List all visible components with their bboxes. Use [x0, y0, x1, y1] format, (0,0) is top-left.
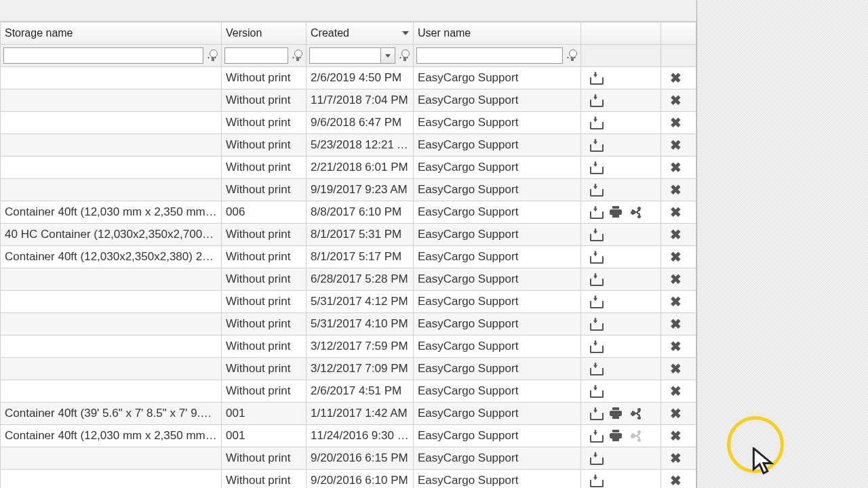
- delete-icon[interactable]: ✖: [669, 71, 684, 85]
- cell-delete: ✖: [661, 313, 696, 336]
- load-icon[interactable]: [588, 474, 603, 487]
- delete-icon[interactable]: ✖: [669, 362, 684, 375]
- delete-icon[interactable]: ✖: [669, 250, 684, 264]
- cell-user: EasyCargo Support: [414, 470, 581, 489]
- cell-delete: ✖: [661, 447, 696, 470]
- cell-user: EasyCargo Support: [414, 380, 581, 403]
- cell-storage: [1, 358, 222, 380]
- load-icon[interactable]: [588, 138, 603, 152]
- cell-actions: [581, 179, 661, 201]
- load-icon[interactable]: [588, 272, 603, 286]
- delete-icon[interactable]: ✖: [669, 116, 684, 129]
- filter-created-combo[interactable]: [309, 47, 395, 64]
- delete-icon[interactable]: ✖: [669, 451, 684, 465]
- header-storage[interactable]: Storage name: [1, 22, 222, 45]
- cell-version: Without print: [222, 291, 307, 313]
- print-icon[interactable]: [608, 205, 623, 219]
- table-row[interactable]: Without print3/12/2017 7:09 PMEasyCargo …: [1, 358, 696, 380]
- delete-icon[interactable]: ✖: [669, 407, 684, 420]
- delete-icon[interactable]: ✖: [669, 317, 684, 331]
- delete-icon[interactable]: ✖: [669, 138, 684, 152]
- header-created[interactable]: Created: [307, 22, 414, 45]
- header-user[interactable]: User name: [414, 22, 581, 45]
- delete-icon[interactable]: ✖: [669, 272, 684, 286]
- load-icon[interactable]: [588, 228, 603, 241]
- cell-version: Without print: [222, 134, 307, 157]
- delete-icon[interactable]: ✖: [669, 340, 684, 353]
- table-row[interactable]: Without print9/20/2016 6:15 PMEasyCargo …: [1, 447, 696, 470]
- cell-delete: ✖: [661, 112, 696, 134]
- load-icon[interactable]: [588, 317, 603, 331]
- load-icon[interactable]: [588, 205, 603, 219]
- delete-icon[interactable]: ✖: [669, 429, 684, 443]
- cell-user: EasyCargo Support: [414, 134, 581, 157]
- load-icon[interactable]: [588, 94, 603, 107]
- load-icon[interactable]: [588, 295, 603, 308]
- cell-user: EasyCargo Support: [414, 89, 581, 112]
- delete-icon[interactable]: ✖: [669, 183, 684, 197]
- delete-icon[interactable]: ✖: [669, 94, 684, 107]
- cell-created: 3/12/2017 7:59 PM: [307, 336, 414, 358]
- load-icon[interactable]: [588, 384, 603, 398]
- grid-panel: Storage name Version Created User name: [0, 0, 697, 488]
- load-icon[interactable]: [588, 250, 603, 264]
- load-icon[interactable]: [588, 183, 603, 197]
- load-icon[interactable]: [588, 429, 603, 443]
- table-row[interactable]: Without print3/12/2017 7:59 PMEasyCargo …: [1, 336, 696, 358]
- load-icon[interactable]: [588, 340, 603, 353]
- delete-icon[interactable]: ✖: [669, 474, 684, 487]
- filter-icon[interactable]: [208, 49, 218, 62]
- filter-storage-input[interactable]: [3, 47, 203, 64]
- cell-created: 8/1/2017 5:31 PM: [307, 224, 414, 246]
- delete-icon[interactable]: ✖: [669, 384, 684, 398]
- table-row[interactable]: Without print9/19/2017 9:23 AMEasyCargo …: [1, 179, 696, 201]
- table-row[interactable]: Container 40ft (39' 5.6" x 7' 8.5" x 7' …: [1, 403, 696, 425]
- header-actions: [581, 22, 661, 45]
- load-icon[interactable]: [588, 362, 603, 375]
- table-row[interactable]: Without print5/31/2017 4:12 PMEasyCargo …: [1, 291, 696, 313]
- cell-storage: [1, 112, 222, 134]
- filter-icon[interactable]: [292, 49, 303, 62]
- cell-delete: ✖: [661, 403, 696, 425]
- cell-storage: Container 40ft (12,030 mm x 2,350 mm x 2…: [1, 201, 222, 224]
- table-row[interactable]: Without print5/23/2018 12:21 AMEasyCargo…: [1, 134, 696, 157]
- share-icon[interactable]: [629, 407, 644, 420]
- cell-storage: [1, 179, 222, 201]
- delete-icon[interactable]: ✖: [669, 205, 684, 219]
- cell-storage: [1, 157, 222, 179]
- cell-created: 11/24/2016 9:30 PM: [307, 425, 414, 447]
- table-row[interactable]: Container 40ft (12,030 mm x 2,350 mm x 2…: [1, 201, 696, 224]
- load-icon[interactable]: [588, 451, 603, 465]
- cell-created: 6/28/2017 5:28 PM: [307, 268, 414, 291]
- table-row[interactable]: Without print5/31/2017 4:10 PMEasyCargo …: [1, 313, 696, 336]
- cell-version: Without print: [222, 336, 307, 358]
- table-row[interactable]: Without print2/6/2019 4:50 PMEasyCargo S…: [1, 67, 696, 89]
- print-icon[interactable]: [608, 429, 623, 443]
- chevron-down-icon[interactable]: [380, 47, 395, 64]
- filter-user-input[interactable]: [416, 47, 563, 64]
- table-row[interactable]: Without print9/20/2016 6:10 PMEasyCargo …: [1, 470, 696, 489]
- filter-icon[interactable]: [567, 49, 578, 62]
- delete-icon[interactable]: ✖: [669, 295, 684, 308]
- load-icon[interactable]: [588, 161, 603, 174]
- filter-icon[interactable]: [399, 49, 410, 62]
- load-icon[interactable]: [588, 71, 603, 85]
- delete-icon[interactable]: ✖: [669, 228, 684, 241]
- table-row[interactable]: Container 40ft (12,030x2,350x2,380) 26,4…: [1, 246, 696, 268]
- cell-delete: ✖: [661, 134, 696, 157]
- table-row[interactable]: Without print2/21/2018 6:01 PMEasyCargo …: [1, 157, 696, 179]
- cell-version: Without print: [222, 179, 307, 201]
- load-icon[interactable]: [588, 116, 603, 129]
- delete-icon[interactable]: ✖: [669, 161, 684, 174]
- load-icon[interactable]: [588, 407, 603, 420]
- header-version[interactable]: Version: [222, 22, 307, 45]
- table-row[interactable]: Container 40ft (12,030 mm x 2,350 mm x 2…: [1, 425, 696, 447]
- table-row[interactable]: Without print2/6/2017 4:51 PMEasyCargo S…: [1, 380, 696, 403]
- print-icon[interactable]: [608, 407, 623, 420]
- table-row[interactable]: Without print11/7/2018 7:04 PMEasyCargo …: [1, 89, 696, 112]
- share-icon[interactable]: [629, 205, 644, 219]
- table-row[interactable]: Without print6/28/2017 5:28 PMEasyCargo …: [1, 268, 696, 291]
- table-row[interactable]: 40 HC Container (12,030x2,350x2,700) 28,…: [1, 224, 696, 246]
- table-row[interactable]: Without print9/6/2018 6:47 PMEasyCargo S…: [1, 112, 696, 134]
- filter-version-input[interactable]: [224, 47, 288, 64]
